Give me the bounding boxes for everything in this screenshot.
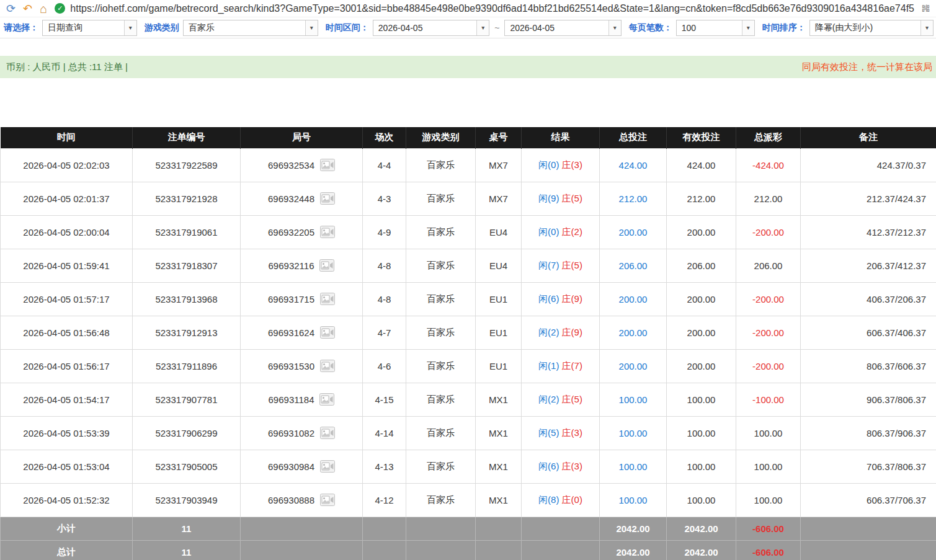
cell-table-number: EU1 [476, 316, 522, 349]
result-banker: 庄(2) [562, 226, 582, 237]
chevron-down-icon[interactable]: ▾ [124, 20, 136, 35]
video-replay-icon[interactable] [320, 159, 335, 171]
cell-total-bet[interactable]: 200.00 [600, 316, 667, 349]
cell-total-bet[interactable]: 200.00 [600, 282, 667, 316]
chevron-down-icon[interactable]: ▾ [608, 20, 621, 35]
video-replay-icon[interactable] [320, 460, 335, 473]
result-player: 闲(0) [538, 159, 559, 170]
footer-payout: -606.00 [736, 517, 801, 540]
valid-bet-notice: 同局有效投注，统一计算在该局 [802, 61, 932, 73]
cell-total-bet[interactable]: 200.00 [600, 215, 667, 249]
cell-table-number: EU1 [476, 282, 522, 316]
cell-payout: 100.00 [736, 450, 801, 483]
chevron-down-icon[interactable]: ▾ [742, 20, 754, 35]
summary-bar: 币别 : 人民币 | 总共 :11 注单 | 同局有效投注，统一计算在该局 [0, 56, 936, 78]
chevron-down-icon[interactable]: ▾ [920, 20, 933, 35]
video-replay-icon[interactable] [319, 259, 334, 272]
column-header: 注单编号 [133, 127, 241, 148]
game-category-value: 百家乐 [184, 22, 220, 33]
footer-empty-cell [476, 517, 522, 540]
video-replay-icon[interactable] [320, 360, 335, 372]
video-replay-icon[interactable] [320, 293, 335, 305]
browser-chrome: ⟳ ↶ ⌂ ✓ https://iohetf.com/game/betrecor… [0, 0, 936, 17]
url-text[interactable]: https://iohetf.com/game/betrecord_search… [70, 3, 914, 14]
round-number: 696932205 [268, 227, 314, 238]
cell-payout: 212.00 [736, 182, 801, 215]
bet-record-row: 2026-04-05 02:02:03523317922589696932534… [1, 148, 936, 182]
bet-record-row: 2026-04-05 01:54:17523317907781696931184… [1, 383, 936, 416]
cell-total-bet[interactable]: 100.00 [600, 483, 667, 517]
site-security-icon[interactable]: ✓ [55, 3, 65, 14]
cell-bet-number: 523317913968 [133, 282, 241, 316]
video-replay-icon[interactable] [320, 427, 335, 439]
footer-valid-bet: 2042.00 [667, 517, 736, 540]
cell-bet-number: 523317919061 [133, 215, 241, 249]
bet-record-row: 2026-04-05 01:53:04523317905005696930984… [1, 450, 936, 483]
cell-note: 406.37/206.37 [801, 282, 936, 316]
video-replay-icon[interactable] [320, 326, 335, 339]
game-category-select[interactable]: 百家乐 ▾ [183, 20, 318, 36]
cell-total-bet[interactable]: 212.00 [600, 182, 667, 215]
chevron-down-icon[interactable]: ▾ [476, 20, 489, 35]
cell-result: 闲(6) 庄(3) [522, 450, 600, 483]
cell-total-bet[interactable]: 100.00 [600, 383, 667, 416]
cell-result: 闲(2) 庄(5) [522, 383, 600, 416]
video-replay-icon[interactable] [320, 192, 335, 205]
cell-session: 4-14 [363, 416, 406, 450]
page-size-select[interactable]: 100 ▾ [676, 20, 755, 36]
sort-order-select[interactable]: 降幂(由大到小) ▾ [809, 20, 934, 36]
cell-game-type: 百家乐 [406, 416, 476, 450]
subtotal-row: 小计112042.002042.00-606.00 [1, 517, 936, 540]
page-size-value: 100 [677, 23, 701, 33]
cell-total-bet[interactable]: 424.00 [600, 148, 667, 182]
reload-icon[interactable]: ⟳ [6, 3, 16, 14]
table-header-row: 时间注单编号局号场次游戏类别桌号结果总投注有效投注总派彩备注 [1, 127, 936, 148]
cell-round-number: 696932448 [241, 182, 363, 215]
cell-valid-bet: 100.00 [667, 483, 736, 517]
cell-round-number: 696930984 [241, 450, 363, 483]
result-banker: 庄(3) [562, 461, 582, 471]
query-type-select[interactable]: 日期查询 ▾ [42, 20, 137, 36]
cell-total-bet[interactable]: 200.00 [600, 349, 667, 383]
cell-game-type: 百家乐 [406, 383, 476, 416]
date-from-select[interactable]: 2026-04-05 ▾ [373, 20, 489, 36]
cell-payout: -100.00 [736, 383, 801, 416]
cell-total-bet[interactable]: 206.00 [600, 249, 667, 282]
cell-total-bet[interactable]: 100.00 [600, 450, 667, 483]
round-number: 696930984 [268, 461, 314, 472]
cell-session: 4-12 [363, 483, 406, 517]
result-player: 闲(2) [538, 327, 559, 337]
video-replay-icon[interactable] [319, 393, 334, 406]
date-to-select[interactable]: 2026-04-05 ▾ [504, 20, 621, 36]
result-banker: 庄(0) [562, 494, 582, 505]
footer-payout: -606.00 [736, 540, 801, 560]
shield-check-glyph: ✓ [57, 4, 63, 12]
cell-session: 4-6 [363, 349, 406, 383]
address-bar[interactable]: ✓ https://iohetf.com/game/betrecord_sear… [55, 3, 914, 14]
home-icon[interactable]: ⌂ [40, 2, 47, 15]
cell-time: 2026-04-05 01:56:48 [1, 316, 133, 349]
result-player: 闲(2) [538, 394, 559, 404]
cell-result: 闲(1) 庄(7) [522, 349, 600, 383]
result-banker: 庄(9) [562, 293, 582, 304]
video-replay-icon[interactable] [320, 226, 335, 238]
bet-record-row: 2026-04-05 01:57:17523317913968696931715… [1, 282, 936, 316]
result-banker: 庄(5) [562, 394, 582, 404]
cell-session: 4-8 [363, 282, 406, 316]
date-from-value: 2026-04-05 [373, 23, 428, 33]
undo-icon[interactable]: ↶ [23, 3, 32, 14]
cell-game-type: 百家乐 [406, 215, 476, 249]
chevron-down-icon[interactable]: ▾ [305, 20, 318, 35]
cell-valid-bet: 424.00 [667, 148, 736, 182]
footer-empty-cell [241, 540, 363, 560]
cell-game-type: 百家乐 [406, 349, 476, 383]
bet-record-row: 2026-04-05 01:59:41523317918307696932116… [1, 249, 936, 282]
cell-game-type: 百家乐 [406, 316, 476, 349]
cell-note: 412.37/212.37 [801, 215, 936, 249]
round-number: 696930888 [268, 495, 314, 505]
video-replay-icon[interactable] [320, 494, 335, 506]
cell-result: 闲(0) 庄(2) [522, 215, 600, 249]
cell-total-bet[interactable]: 100.00 [600, 416, 667, 450]
select-label: 请选择： [4, 22, 38, 33]
cell-note: 206.37/412.37 [801, 249, 936, 282]
